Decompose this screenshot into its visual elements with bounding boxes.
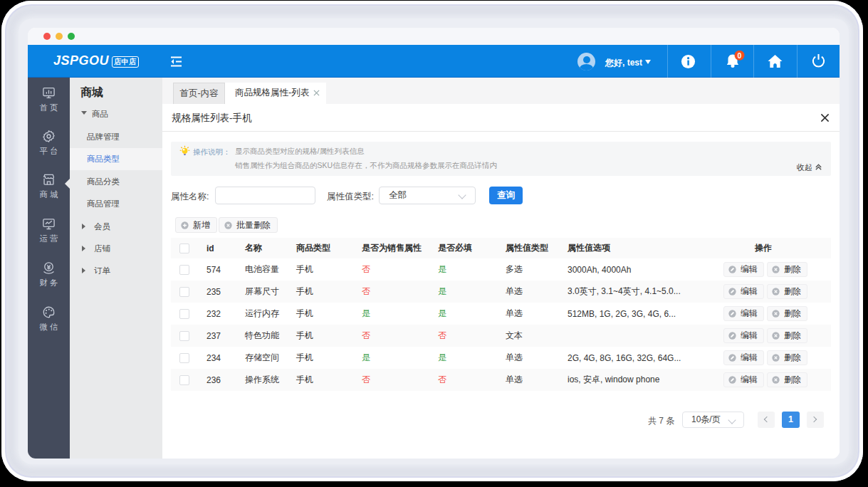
svg-text:0: 0 (738, 51, 742, 60)
